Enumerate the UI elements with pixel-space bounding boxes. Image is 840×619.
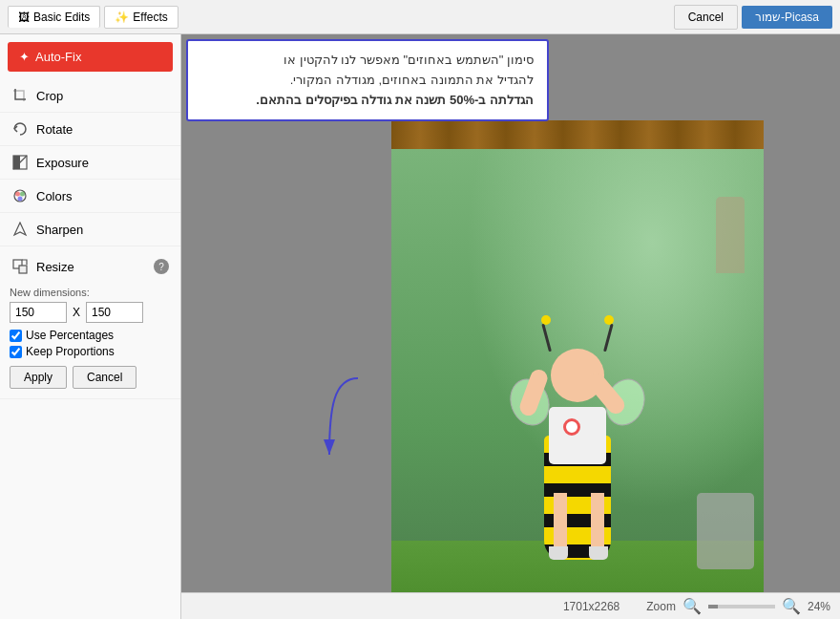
resize-panel: Resize ? New dimensions: X Use Percentag… xyxy=(0,246,180,399)
basic-edits-icon: 🖼 xyxy=(18,11,30,24)
svg-point-4 xyxy=(20,192,25,197)
resize-cancel-button[interactable]: Cancel xyxy=(73,366,136,389)
colors-label: Colors xyxy=(36,189,73,203)
rotate-label: Rotate xyxy=(36,122,73,137)
crop-label: Crop xyxy=(36,89,63,103)
resize-header-left: Resize xyxy=(11,258,74,275)
use-percentages-label: Use Percentages xyxy=(26,329,114,342)
sharpen-icon xyxy=(11,221,29,238)
new-dimensions-label: New dimensions: xyxy=(10,287,171,298)
height-input[interactable] xyxy=(86,302,143,323)
colors-icon xyxy=(11,187,29,204)
use-percentages-row: Use Percentages xyxy=(10,329,171,342)
tool-item-rotate[interactable]: Rotate xyxy=(0,113,180,146)
zoom-slider-fill xyxy=(708,605,719,608)
svg-rect-1 xyxy=(13,156,20,169)
resize-icon xyxy=(11,258,29,275)
use-percentages-checkbox[interactable] xyxy=(10,330,22,342)
tool-item-exposure[interactable]: Exposure xyxy=(0,146,180,180)
effects-icon: ✨ xyxy=(115,11,129,24)
status-bar: 1701x2268 Zoom 🔍 🔍 24% xyxy=(181,592,840,619)
zoom-slider[interactable] xyxy=(708,605,775,608)
svg-point-3 xyxy=(15,192,20,197)
width-input[interactable] xyxy=(10,302,67,323)
dimension-inputs: X xyxy=(10,302,171,323)
callout-line1: סימון "השתמש באחוזים" מאפשר לנו להקטין א… xyxy=(201,51,534,110)
tab-basic-edits-label: Basic Edits xyxy=(33,11,90,24)
zoom-label: Zoom xyxy=(646,600,676,613)
sharpen-label: Sharpen xyxy=(36,223,83,237)
zoom-in-button[interactable]: 🔍 xyxy=(783,598,800,615)
tab-effects-label: Effects xyxy=(133,11,167,24)
content-area: סימון "השתמש באחוזים" מאפשר לנו להקטין א… xyxy=(181,34,840,619)
auto-fix-button[interactable]: ✦ Auto-Fix xyxy=(8,42,173,72)
dimension-separator: X xyxy=(73,306,80,319)
tab-basic-edits[interactable]: 🖼 Basic Edits xyxy=(8,6,100,28)
save-button[interactable]: שמור-Picasa xyxy=(742,6,832,29)
crop-icon xyxy=(11,87,29,104)
zoom-percent: 24% xyxy=(808,600,830,613)
resize-header[interactable]: Resize ? xyxy=(10,252,171,281)
zoom-out-button[interactable]: 🔍 xyxy=(683,598,701,615)
exposure-icon xyxy=(11,154,29,171)
photo-container xyxy=(391,120,764,617)
image-dimensions: 1701x2268 xyxy=(563,600,620,613)
callout-tooltip: סימון "השתמש באחוזים" מאפשר לנו להקטין א… xyxy=(186,39,549,121)
auto-fix-icon: ✦ xyxy=(19,50,30,64)
resize-help-button[interactable]: ? xyxy=(154,259,169,274)
tool-item-colors[interactable]: Colors xyxy=(0,180,180,213)
sidebar: ✦ Auto-Fix Crop Rotate xyxy=(0,34,181,619)
resize-label: Resize xyxy=(36,260,74,274)
svg-point-5 xyxy=(18,197,23,202)
exposure-label: Exposure xyxy=(36,156,89,170)
keep-proportions-row: Keep Proportions xyxy=(10,345,171,358)
svg-rect-7 xyxy=(19,266,27,273)
top-bar: 🖼 Basic Edits ✨ Effects Cancel שמור-Pica… xyxy=(0,0,840,34)
tool-item-crop[interactable]: Crop xyxy=(0,79,180,113)
main-area: ✦ Auto-Fix Crop Rotate xyxy=(0,34,840,619)
apply-button[interactable]: Apply xyxy=(10,366,67,389)
tab-effects[interactable]: ✨ Effects xyxy=(104,6,178,29)
keep-proportions-checkbox[interactable] xyxy=(10,346,22,358)
apply-cancel-row: Apply Cancel xyxy=(10,366,171,389)
tool-item-sharpen[interactable]: Sharpen xyxy=(0,213,180,246)
cancel-button[interactable]: Cancel xyxy=(674,5,738,30)
rotate-icon xyxy=(11,120,29,138)
keep-proportions-label: Keep Proportions xyxy=(26,345,115,358)
auto-fix-label: Auto-Fix xyxy=(35,50,81,64)
